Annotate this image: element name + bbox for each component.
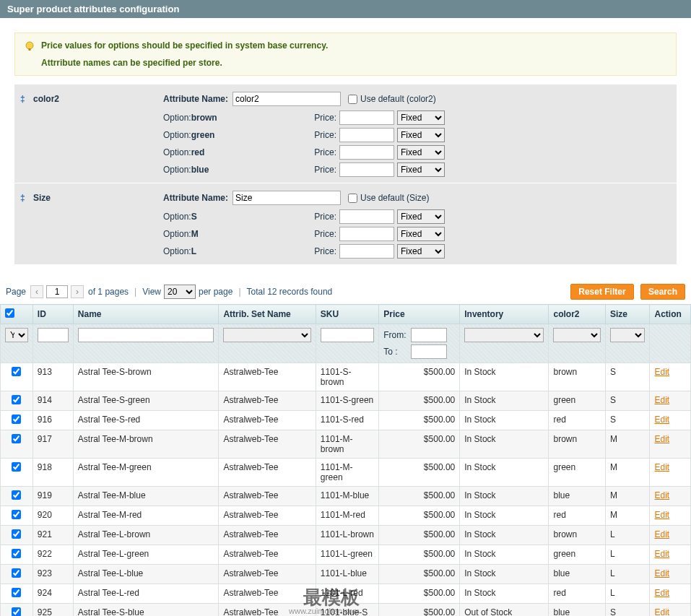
col-sku[interactable]: SKU (316, 305, 378, 324)
filter-attrset[interactable] (223, 328, 310, 342)
option-row: Option: MPrice:Fixed (163, 227, 671, 241)
col-attrset[interactable]: Attrib. Set Name (219, 305, 316, 324)
row-checkbox[interactable] (12, 529, 21, 539)
col-color2[interactable]: color2 (549, 305, 605, 324)
row-checkbox[interactable] (12, 607, 21, 616)
row-checkbox[interactable] (12, 510, 21, 519)
price-type-select[interactable]: Fixed (397, 110, 445, 125)
panel-title: Super product attributes configuration (0, 0, 691, 18)
cell-price: $500.00 (379, 459, 460, 487)
price-type-select[interactable]: Fixed (397, 128, 445, 142)
edit-link[interactable]: Edit (654, 529, 669, 539)
edit-link[interactable]: Edit (654, 395, 669, 405)
edit-link[interactable]: Edit (654, 462, 669, 472)
attribute-name-input[interactable] (232, 92, 341, 106)
table-row[interactable]: 925Astral Tee-S-blueAstralweb-Tee1101-bl… (1, 604, 691, 617)
price-type-select[interactable]: Fixed (397, 244, 445, 259)
use-default-checkbox[interactable] (348, 95, 357, 104)
filter-price-to[interactable] (411, 344, 447, 359)
table-row[interactable]: 922Astral Tee-L-greenAstralweb-Tee1101-L… (1, 545, 691, 565)
filter-name[interactable] (78, 328, 214, 342)
row-checkbox[interactable] (12, 367, 21, 376)
col-inventory[interactable]: Inventory (460, 305, 549, 324)
edit-link[interactable]: Edit (654, 510, 669, 520)
row-checkbox[interactable] (12, 415, 21, 424)
table-row[interactable]: 914Astral Tee-S-greenAstralweb-Tee1101-S… (1, 391, 691, 411)
edit-link[interactable]: Edit (654, 415, 669, 425)
table-row[interactable]: 918Astral Tee-M-greenAstralweb-Tee1101-M… (1, 459, 691, 487)
edit-link[interactable]: Edit (654, 549, 669, 559)
price-input[interactable] (339, 227, 394, 241)
row-checkbox[interactable] (12, 462, 21, 472)
price-type-select[interactable]: Fixed (397, 227, 445, 241)
price-type-select[interactable]: Fixed (397, 209, 445, 224)
edit-link[interactable]: Edit (654, 607, 669, 616)
price-type-select[interactable]: Fixed (397, 145, 445, 160)
table-row[interactable]: 923Astral Tee-L-blueAstralweb-Tee1101-L-… (1, 565, 691, 584)
table-row[interactable]: 916Astral Tee-S-redAstralweb-Tee1101-S-r… (1, 411, 691, 430)
filter-sku[interactable] (321, 328, 374, 342)
cell-attrset: Astralweb-Tee (219, 411, 316, 430)
table-row[interactable]: 920Astral Tee-M-redAstralweb-Tee1101-M-r… (1, 506, 691, 526)
row-checkbox[interactable] (12, 434, 21, 443)
cell-id: 922 (32, 545, 73, 565)
price-input[interactable] (339, 110, 394, 125)
attribute-name-input[interactable] (232, 191, 341, 205)
option-label: Option: (163, 246, 191, 256)
drag-handle-icon[interactable]: ‡ (20, 193, 29, 203)
use-default-checkbox[interactable] (348, 194, 357, 203)
option-label: Option: (163, 113, 191, 123)
table-row[interactable]: 921Astral Tee-L-brownAstralweb-Tee1101-L… (1, 526, 691, 545)
col-price[interactable]: Price (379, 305, 460, 324)
filter-select-any[interactable]: Yes (5, 328, 28, 342)
cell-size: L (605, 584, 650, 604)
edit-link[interactable]: Edit (654, 588, 669, 598)
option-value: S (191, 212, 197, 222)
table-row[interactable]: 919Astral Tee-M-blueAstralweb-Tee1101-M-… (1, 487, 691, 506)
price-input[interactable] (339, 128, 394, 142)
cell-color2: green (549, 391, 605, 411)
price-input[interactable] (339, 209, 394, 224)
col-name[interactable]: Name (73, 305, 219, 324)
edit-link[interactable]: Edit (654, 367, 669, 377)
price-input[interactable] (339, 162, 394, 177)
search-button[interactable]: Search (640, 284, 685, 300)
cell-name: Astral Tee-M-blue (73, 487, 219, 506)
row-checkbox[interactable] (12, 395, 21, 404)
table-row[interactable]: 924Astral Tee-L-redAstralweb-Tee1101-L-r… (1, 584, 691, 604)
reset-filter-button[interactable]: Reset Filter (570, 284, 633, 300)
drag-handle-icon[interactable]: ‡ (20, 94, 29, 104)
row-checkbox[interactable] (12, 568, 21, 578)
cell-attrset: Astralweb-Tee (219, 604, 316, 617)
price-input[interactable] (339, 244, 394, 259)
select-all-checkbox[interactable] (5, 308, 14, 318)
cell-sku: 1101-S-brown (316, 363, 378, 391)
cell-inventory: In Stock (460, 411, 549, 430)
col-size[interactable]: Size (605, 305, 650, 324)
row-checkbox[interactable] (12, 549, 21, 558)
page-prev-button[interactable]: ‹ (30, 285, 43, 298)
filter-color2[interactable] (553, 328, 600, 342)
price-type-select[interactable]: Fixed (397, 162, 445, 177)
edit-link[interactable]: Edit (654, 568, 669, 578)
price-label: Price: (314, 246, 336, 256)
cell-name: Astral Tee-M-brown (73, 430, 219, 459)
per-page-select[interactable]: 20 (164, 285, 196, 299)
filter-id[interactable] (38, 328, 69, 342)
page-next-button[interactable]: › (71, 285, 84, 298)
cell-name: Astral Tee-M-green (73, 459, 219, 487)
table-row[interactable]: 913Astral Tee-S-brownAstralweb-Tee1101-S… (1, 363, 691, 391)
price-input[interactable] (339, 145, 394, 160)
filter-inventory[interactable] (464, 328, 544, 342)
filter-price-from[interactable] (411, 328, 447, 342)
table-row[interactable]: 917Astral Tee-M-brownAstralweb-Tee1101-M… (1, 430, 691, 459)
page-input[interactable] (46, 285, 68, 298)
row-checkbox[interactable] (12, 588, 21, 597)
edit-link[interactable]: Edit (654, 434, 669, 444)
edit-link[interactable]: Edit (654, 490, 669, 500)
col-id[interactable]: ID (32, 305, 73, 324)
filter-size[interactable] (610, 328, 646, 342)
cell-attrset: Astralweb-Tee (219, 391, 316, 411)
row-checkbox[interactable] (12, 490, 21, 500)
cell-id: 923 (32, 565, 73, 584)
